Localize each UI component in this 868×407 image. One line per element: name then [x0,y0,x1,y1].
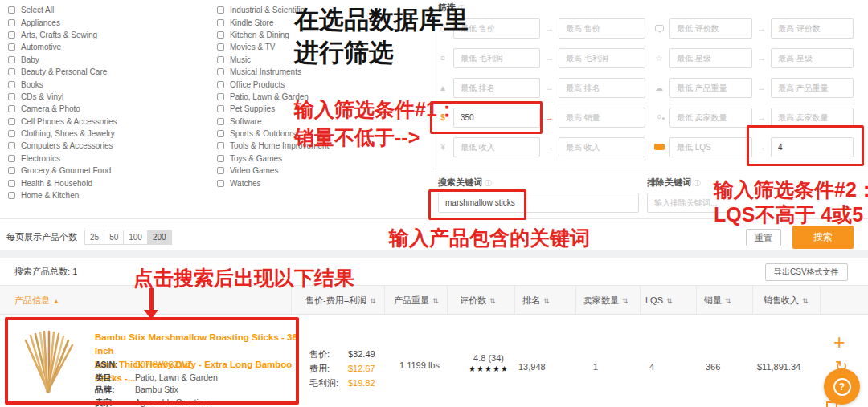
checkbox[interactable] [8,56,15,63]
per-page-100[interactable]: 100 [123,230,148,245]
checkbox[interactable] [217,130,224,137]
header-sales[interactable]: 销量⇅ [704,286,731,315]
category-camera-photo[interactable]: Camera & Photo [8,103,117,115]
category-appliances[interactable]: Appliances [8,16,117,28]
min-lqs-input[interactable] [669,137,752,157]
checkbox[interactable] [8,43,15,51]
checkbox[interactable] [8,142,15,149]
category-beauty[interactable]: Beauty & Personal Care [8,66,117,78]
help-fab-button[interactable]: ? [824,368,860,405]
checkbox[interactable] [217,68,224,75]
min-rank-input[interactable] [453,78,540,98]
header-revenue[interactable]: 销售收入⇅ [764,286,809,315]
max-lqs-input[interactable] [771,137,854,157]
per-page-200[interactable]: 200 [147,230,172,245]
exclude-keyword-input[interactable] [647,193,735,213]
header-reviews[interactable]: 评价数⇅ [460,286,496,315]
category-toys-games[interactable]: Toys & Games [217,153,329,165]
header-price-fee-profit[interactable]: 售价-费用=利润⇅ [305,286,376,315]
category-kitchen-dining[interactable]: Kitchen & Dining [217,29,329,41]
max-revenue-input[interactable] [559,137,645,157]
category-health[interactable]: Health & Household [8,177,117,189]
max-reviews-input[interactable] [771,18,854,39]
header-lqs[interactable]: LQS⇅ [645,286,673,315]
category-cds-vinyl[interactable]: CDs & Vinyl [8,91,117,103]
category-pet-supplies[interactable]: Pet Supplies [217,103,329,115]
search-button[interactable]: 搜索 [792,226,854,249]
checkbox[interactable] [217,19,224,26]
category-clothing[interactable]: Clothing, Shoes & Jewelry [8,128,117,140]
category-watches[interactable]: Watches [217,177,329,189]
header-product-info[interactable]: 产品信息▲ [14,286,59,315]
min-revenue-input[interactable] [453,137,540,157]
checkbox[interactable] [8,155,15,162]
per-page-50[interactable]: 50 [104,230,124,245]
checkbox[interactable] [8,118,15,125]
checkbox[interactable] [217,142,224,149]
add-to-tracker-plus-icon[interactable]: + [833,331,845,354]
category-books[interactable]: Books [8,78,117,90]
category-electronics[interactable]: Electronics [8,153,117,165]
category-grocery[interactable]: Grocery & Gourmet Food [8,165,117,177]
category-industrial[interactable]: Industrial & Scientific [217,4,329,16]
min-price-input[interactable] [453,18,540,39]
min-weight-input[interactable] [669,78,752,98]
search-keyword-input[interactable] [438,193,639,213]
checkbox[interactable] [8,105,15,112]
checkbox[interactable] [217,105,224,112]
checkbox[interactable] [217,6,224,14]
max-sales-input[interactable] [559,108,645,128]
checkbox[interactable] [8,167,15,174]
category-musical-instruments[interactable]: Musical Instruments [217,66,329,78]
checkbox[interactable] [217,180,224,187]
category-computers[interactable]: Computers & Accessories [8,140,117,152]
max-price-input[interactable] [559,18,645,39]
product-image[interactable] [19,329,77,397]
category-software[interactable]: Software [217,116,329,128]
checkbox[interactable] [217,167,224,174]
max-rating-input[interactable] [771,48,854,68]
checkbox[interactable] [8,180,15,187]
max-profit-input[interactable] [559,48,645,68]
asin-link[interactable]: B07KW8SZWZ [135,359,192,372]
min-profit-input[interactable] [453,48,540,68]
max-weight-input[interactable] [771,78,854,98]
max-rank-input[interactable] [559,78,645,98]
category-cell-phones[interactable]: Cell Phones & Accessories [8,116,117,128]
category-tools[interactable]: Tools & Home Improvement [217,140,329,152]
export-csv-button[interactable]: 导出CSV格式文件 [765,263,848,281]
checkbox[interactable] [8,130,15,137]
category-music[interactable]: Music [217,54,329,66]
reset-button[interactable]: 重置 [746,229,781,246]
checkbox[interactable] [8,6,15,14]
checkbox[interactable] [217,118,224,125]
checkbox[interactable] [8,192,15,199]
per-page-25[interactable]: 25 [84,230,104,245]
min-sellers-input[interactable] [669,108,752,128]
checkbox[interactable] [8,93,15,100]
category-arts-crafts[interactable]: Arts, Crafts & Sewing [8,29,117,41]
category-office[interactable]: Office Products [217,78,329,90]
feedback-widget-icon[interactable] [826,401,837,407]
category-sports[interactable]: Sports & Outdoors [217,128,329,140]
category-baby[interactable]: Baby [8,54,117,66]
checkbox[interactable] [8,68,15,75]
category-video-games[interactable]: Video Games [217,165,329,177]
checkbox[interactable] [217,93,224,100]
checkbox[interactable] [217,81,224,88]
category-patio[interactable]: Patio, Lawn & Garden [217,91,329,103]
header-weight[interactable]: 产品重量⇅ [394,286,439,315]
checkbox[interactable] [8,81,15,88]
checkbox[interactable] [217,155,224,162]
category-kindle[interactable]: Kindle Store [217,16,329,28]
header-rank[interactable]: 排名⇅ [522,286,550,315]
min-rating-input[interactable] [669,48,752,68]
category-select-all[interactable]: Select All [8,4,117,16]
min-sales-input[interactable] [453,108,540,128]
checkbox[interactable] [217,43,224,51]
min-reviews-input[interactable] [669,18,752,39]
header-sellers[interactable]: 卖家数量⇅ [583,286,628,315]
checkbox[interactable] [8,31,15,39]
checkbox[interactable] [8,19,15,26]
category-automotive[interactable]: Automotive [8,41,117,53]
